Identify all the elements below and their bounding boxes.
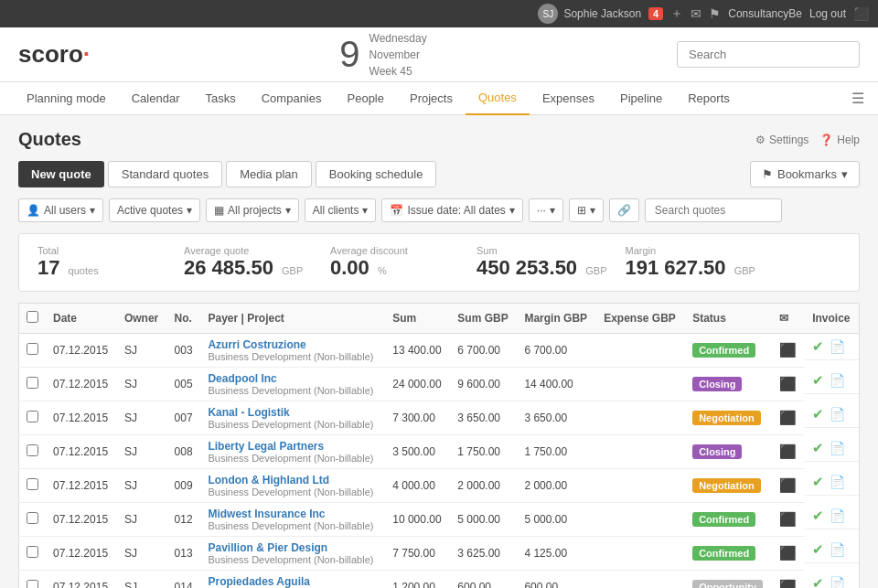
- row-payer-project[interactable]: Propiedades Aguila Business Development …: [200, 571, 385, 589]
- plus-icon[interactable]: ＋: [670, 5, 683, 22]
- row-payer-project[interactable]: Pavillion & Pier Design Business Develop…: [200, 537, 385, 571]
- date-text: Wednesday November Week 45: [369, 30, 427, 80]
- page-content: Quotes ⚙ Settings ❓ Help New quote Stand…: [0, 115, 878, 588]
- doc-icon[interactable]: 📄: [830, 542, 845, 557]
- nav-pipeline[interactable]: Pipeline: [607, 82, 675, 115]
- row-payer-project[interactable]: Azurri Costruzione Business Development …: [200, 334, 385, 368]
- booking-schedule-button[interactable]: Booking schedule: [316, 161, 437, 187]
- row-expense-gbp: [596, 334, 685, 368]
- export-icon[interactable]: ⬛: [779, 579, 797, 588]
- row-checkbox[interactable]: [27, 478, 38, 490]
- doc-icon[interactable]: 📄: [830, 441, 845, 455]
- nav-menu-icon[interactable]: ☰: [851, 90, 864, 107]
- row-payer-project[interactable]: Deadpool Inc Business Development (Non-b…: [200, 368, 385, 401]
- row-payer-project[interactable]: Midwest Insurance Inc Business Developme…: [200, 503, 385, 537]
- row-no: 009: [167, 469, 201, 503]
- active-quotes-filter[interactable]: Active quotes ▾: [109, 198, 200, 222]
- logout-link[interactable]: Log out: [809, 7, 846, 20]
- chevron-down-icon: ▾: [550, 204, 555, 217]
- export-icon[interactable]: ⬛: [779, 545, 797, 561]
- export-icon[interactable]: ⬛: [779, 477, 797, 493]
- th-no: No.: [167, 304, 201, 334]
- doc-icon[interactable]: 📄: [830, 373, 845, 388]
- date-widget: 9 Wednesday November Week 45: [339, 30, 426, 80]
- columns-filter[interactable]: ⊞ ▾: [569, 198, 604, 222]
- check-icon[interactable]: ✔: [812, 372, 824, 389]
- standard-quotes-button[interactable]: Standard quotes: [108, 161, 222, 187]
- chevron-down-icon: ▾: [509, 204, 515, 217]
- export-icon[interactable]: ⬛: [779, 410, 797, 425]
- doc-icon[interactable]: 📄: [830, 339, 845, 354]
- check-icon[interactable]: ✔: [812, 474, 824, 490]
- media-plan-button[interactable]: Media plan: [226, 161, 312, 187]
- th-expense-gbp: Expense GBP: [596, 304, 685, 334]
- row-payer-project[interactable]: Liberty Legal Partners Business Developm…: [200, 435, 385, 469]
- row-export[interactable]: ⬛: [772, 368, 805, 401]
- export-icon[interactable]: ⬛: [779, 511, 797, 527]
- row-owner: SJ: [117, 334, 167, 368]
- row-checkbox[interactable]: [27, 377, 38, 389]
- nav-calendar[interactable]: Calendar: [119, 82, 193, 115]
- more-filter[interactable]: ··· ▾: [529, 198, 563, 222]
- check-icon[interactable]: ✔: [812, 406, 824, 422]
- logout-icon[interactable]: ⬛: [853, 6, 869, 21]
- all-clients-filter[interactable]: All clients ▾: [305, 198, 377, 222]
- doc-icon[interactable]: 📄: [830, 576, 845, 589]
- all-projects-filter[interactable]: ▦ All projects ▾: [206, 198, 299, 222]
- company-link[interactable]: ConsultancyBe: [728, 7, 802, 20]
- export-icon[interactable]: ⬛: [779, 376, 797, 391]
- row-export[interactable]: ⬛: [772, 571, 805, 589]
- user-filter-icon: 👤: [27, 204, 40, 217]
- check-icon[interactable]: ✔: [812, 338, 824, 355]
- row-checkbox[interactable]: [27, 411, 38, 422]
- nav-reports[interactable]: Reports: [675, 82, 743, 115]
- help-button[interactable]: ❓ Help: [819, 134, 860, 146]
- check-icon[interactable]: ✔: [812, 508, 824, 524]
- row-export[interactable]: ⬛: [772, 537, 805, 571]
- row-export[interactable]: ⬛: [772, 334, 805, 368]
- row-checkbox[interactable]: [27, 512, 38, 524]
- doc-icon[interactable]: 📄: [830, 508, 845, 523]
- all-users-filter[interactable]: 👤 All users ▾: [18, 198, 103, 222]
- doc-icon[interactable]: 📄: [830, 475, 845, 489]
- row-export[interactable]: ⬛: [772, 435, 805, 469]
- notification-badge[interactable]: 4: [648, 7, 663, 20]
- check-icon[interactable]: ✔: [812, 440, 824, 456]
- th-mail: ✉: [772, 304, 805, 334]
- row-sum-gbp: 5 000.00: [450, 503, 517, 537]
- doc-icon[interactable]: 📄: [830, 407, 845, 422]
- select-all-checkbox[interactable]: [27, 311, 38, 323]
- row-checkbox[interactable]: [27, 546, 38, 558]
- nav-quotes[interactable]: Quotes: [466, 82, 530, 115]
- bookmark-icon[interactable]: ⚑: [709, 6, 721, 21]
- settings-button[interactable]: ⚙ Settings: [755, 134, 808, 146]
- row-payer-project[interactable]: Kanal - Logistik Business Development (N…: [200, 401, 385, 435]
- row-payer-project[interactable]: London & Highland Ltd Business Developme…: [200, 469, 385, 503]
- row-expense-gbp: [596, 503, 685, 537]
- row-checkbox[interactable]: [27, 580, 38, 588]
- nav-people[interactable]: People: [335, 82, 397, 115]
- new-quote-button[interactable]: New quote: [18, 161, 104, 187]
- nav-planning[interactable]: Planning mode: [14, 82, 119, 115]
- search-quotes-input[interactable]: [645, 198, 782, 222]
- row-sum-gbp: 3 625.00: [450, 537, 517, 571]
- row-export[interactable]: ⬛: [772, 469, 805, 503]
- nav-tasks[interactable]: Tasks: [193, 82, 249, 115]
- check-icon[interactable]: ✔: [812, 575, 824, 589]
- row-sum-gbp: 3 650.00: [450, 401, 517, 435]
- search-input[interactable]: [677, 41, 860, 68]
- check-icon[interactable]: ✔: [812, 541, 824, 558]
- mail-icon[interactable]: ✉: [691, 6, 701, 21]
- row-export[interactable]: ⬛: [772, 401, 805, 435]
- row-export[interactable]: ⬛: [772, 503, 805, 537]
- export-icon[interactable]: ⬛: [779, 444, 797, 459]
- link-filter[interactable]: 🔗: [609, 198, 639, 222]
- nav-companies[interactable]: Companies: [249, 82, 335, 115]
- export-icon[interactable]: ⬛: [779, 342, 797, 358]
- nav-expenses[interactable]: Expenses: [530, 82, 607, 115]
- row-checkbox[interactable]: [27, 343, 38, 355]
- nav-projects[interactable]: Projects: [397, 82, 466, 115]
- row-checkbox[interactable]: [27, 444, 38, 456]
- issue-date-filter[interactable]: 📅 Issue date: All dates ▾: [381, 198, 522, 222]
- bookmarks-button[interactable]: ⚑ Bookmarks ▾: [750, 161, 860, 187]
